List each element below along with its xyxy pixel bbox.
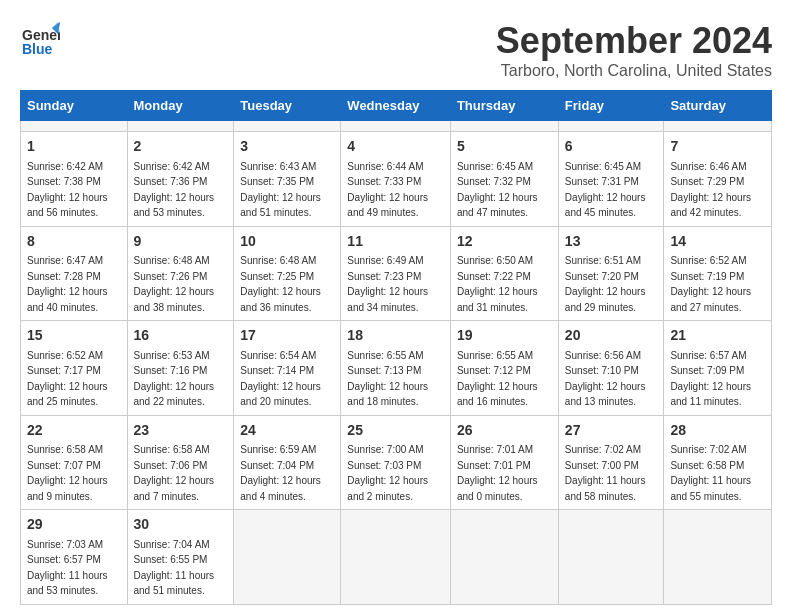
day-number: 2 <box>134 137 228 157</box>
day-info: Sunrise: 6:55 AMSunset: 7:13 PMDaylight:… <box>347 350 428 408</box>
calendar-cell <box>558 121 664 132</box>
day-number: 6 <box>565 137 658 157</box>
calendar-cell: 14Sunrise: 6:52 AMSunset: 7:19 PMDayligh… <box>664 226 772 321</box>
day-of-week-header: Friday <box>558 91 664 121</box>
day-number: 24 <box>240 421 334 441</box>
day-info: Sunrise: 6:50 AMSunset: 7:22 PMDaylight:… <box>457 255 538 313</box>
day-number: 30 <box>134 515 228 535</box>
day-info: Sunrise: 6:44 AMSunset: 7:33 PMDaylight:… <box>347 161 428 219</box>
calendar-cell <box>234 510 341 605</box>
day-number: 1 <box>27 137 121 157</box>
calendar-cell: 12Sunrise: 6:50 AMSunset: 7:22 PMDayligh… <box>450 226 558 321</box>
day-info: Sunrise: 6:57 AMSunset: 7:09 PMDaylight:… <box>670 350 751 408</box>
calendar-cell: 15Sunrise: 6:52 AMSunset: 7:17 PMDayligh… <box>21 321 128 416</box>
day-info: Sunrise: 6:45 AMSunset: 7:31 PMDaylight:… <box>565 161 646 219</box>
calendar-cell <box>664 121 772 132</box>
calendar-cell <box>127 121 234 132</box>
calendar-cell <box>341 510 451 605</box>
day-of-week-header: Saturday <box>664 91 772 121</box>
day-info: Sunrise: 6:47 AMSunset: 7:28 PMDaylight:… <box>27 255 108 313</box>
calendar-cell: 25Sunrise: 7:00 AMSunset: 7:03 PMDayligh… <box>341 415 451 510</box>
day-number: 20 <box>565 326 658 346</box>
day-info: Sunrise: 6:58 AMSunset: 7:07 PMDaylight:… <box>27 444 108 502</box>
day-info: Sunrise: 6:59 AMSunset: 7:04 PMDaylight:… <box>240 444 321 502</box>
calendar-cell: 13Sunrise: 6:51 AMSunset: 7:20 PMDayligh… <box>558 226 664 321</box>
day-number: 10 <box>240 232 334 252</box>
calendar-cell: 3Sunrise: 6:43 AMSunset: 7:35 PMDaylight… <box>234 132 341 227</box>
calendar-cell: 10Sunrise: 6:48 AMSunset: 7:25 PMDayligh… <box>234 226 341 321</box>
day-number: 29 <box>27 515 121 535</box>
day-number: 4 <box>347 137 444 157</box>
day-info: Sunrise: 6:42 AMSunset: 7:38 PMDaylight:… <box>27 161 108 219</box>
day-info: Sunrise: 6:42 AMSunset: 7:36 PMDaylight:… <box>134 161 215 219</box>
day-number: 26 <box>457 421 552 441</box>
day-info: Sunrise: 7:03 AMSunset: 6:57 PMDaylight:… <box>27 539 108 597</box>
day-info: Sunrise: 7:02 AMSunset: 7:00 PMDaylight:… <box>565 444 646 502</box>
day-of-week-header: Tuesday <box>234 91 341 121</box>
calendar-week-row: 8Sunrise: 6:47 AMSunset: 7:28 PMDaylight… <box>21 226 772 321</box>
day-info: Sunrise: 6:46 AMSunset: 7:29 PMDaylight:… <box>670 161 751 219</box>
day-number: 23 <box>134 421 228 441</box>
logo-icon: General Blue <box>20 20 60 60</box>
calendar-week-row: 1Sunrise: 6:42 AMSunset: 7:38 PMDaylight… <box>21 132 772 227</box>
day-info: Sunrise: 6:49 AMSunset: 7:23 PMDaylight:… <box>347 255 428 313</box>
calendar-cell: 5Sunrise: 6:45 AMSunset: 7:32 PMDaylight… <box>450 132 558 227</box>
day-info: Sunrise: 7:00 AMSunset: 7:03 PMDaylight:… <box>347 444 428 502</box>
calendar-cell: 20Sunrise: 6:56 AMSunset: 7:10 PMDayligh… <box>558 321 664 416</box>
day-info: Sunrise: 6:43 AMSunset: 7:35 PMDaylight:… <box>240 161 321 219</box>
main-title: September 2024 <box>496 20 772 62</box>
day-info: Sunrise: 7:01 AMSunset: 7:01 PMDaylight:… <box>457 444 538 502</box>
day-number: 21 <box>670 326 765 346</box>
day-number: 17 <box>240 326 334 346</box>
calendar-cell: 18Sunrise: 6:55 AMSunset: 7:13 PMDayligh… <box>341 321 451 416</box>
day-info: Sunrise: 6:54 AMSunset: 7:14 PMDaylight:… <box>240 350 321 408</box>
calendar-cell <box>664 510 772 605</box>
calendar-cell: 11Sunrise: 6:49 AMSunset: 7:23 PMDayligh… <box>341 226 451 321</box>
calendar-cell <box>234 121 341 132</box>
day-number: 12 <box>457 232 552 252</box>
day-number: 5 <box>457 137 552 157</box>
calendar-cell: 1Sunrise: 6:42 AMSunset: 7:38 PMDaylight… <box>21 132 128 227</box>
day-of-week-header: Wednesday <box>341 91 451 121</box>
calendar-cell: 26Sunrise: 7:01 AMSunset: 7:01 PMDayligh… <box>450 415 558 510</box>
day-number: 3 <box>240 137 334 157</box>
calendar-cell: 24Sunrise: 6:59 AMSunset: 7:04 PMDayligh… <box>234 415 341 510</box>
page-header: General Blue September 2024 Tarboro, Nor… <box>20 20 772 80</box>
day-info: Sunrise: 6:56 AMSunset: 7:10 PMDaylight:… <box>565 350 646 408</box>
day-info: Sunrise: 7:02 AMSunset: 6:58 PMDaylight:… <box>670 444 751 502</box>
day-number: 22 <box>27 421 121 441</box>
day-number: 15 <box>27 326 121 346</box>
day-of-week-header: Monday <box>127 91 234 121</box>
day-number: 16 <box>134 326 228 346</box>
svg-text:Blue: Blue <box>22 41 53 57</box>
calendar-cell <box>450 510 558 605</box>
day-number: 11 <box>347 232 444 252</box>
calendar-cell <box>21 121 128 132</box>
calendar-cell: 2Sunrise: 6:42 AMSunset: 7:36 PMDaylight… <box>127 132 234 227</box>
calendar-cell: 8Sunrise: 6:47 AMSunset: 7:28 PMDaylight… <box>21 226 128 321</box>
day-info: Sunrise: 6:51 AMSunset: 7:20 PMDaylight:… <box>565 255 646 313</box>
calendar-cell: 6Sunrise: 6:45 AMSunset: 7:31 PMDaylight… <box>558 132 664 227</box>
day-number: 9 <box>134 232 228 252</box>
day-info: Sunrise: 6:48 AMSunset: 7:26 PMDaylight:… <box>134 255 215 313</box>
day-number: 14 <box>670 232 765 252</box>
calendar-week-row: 22Sunrise: 6:58 AMSunset: 7:07 PMDayligh… <box>21 415 772 510</box>
subtitle: Tarboro, North Carolina, United States <box>496 62 772 80</box>
calendar-cell: 21Sunrise: 6:57 AMSunset: 7:09 PMDayligh… <box>664 321 772 416</box>
calendar-cell: 23Sunrise: 6:58 AMSunset: 7:06 PMDayligh… <box>127 415 234 510</box>
calendar-cell: 22Sunrise: 6:58 AMSunset: 7:07 PMDayligh… <box>21 415 128 510</box>
calendar-cell: 19Sunrise: 6:55 AMSunset: 7:12 PMDayligh… <box>450 321 558 416</box>
calendar-cell: 27Sunrise: 7:02 AMSunset: 7:00 PMDayligh… <box>558 415 664 510</box>
logo: General Blue <box>20 20 60 60</box>
day-number: 18 <box>347 326 444 346</box>
day-info: Sunrise: 6:58 AMSunset: 7:06 PMDaylight:… <box>134 444 215 502</box>
calendar-cell: 4Sunrise: 6:44 AMSunset: 7:33 PMDaylight… <box>341 132 451 227</box>
day-number: 8 <box>27 232 121 252</box>
calendar-cell: 28Sunrise: 7:02 AMSunset: 6:58 PMDayligh… <box>664 415 772 510</box>
calendar-week-row: 15Sunrise: 6:52 AMSunset: 7:17 PMDayligh… <box>21 321 772 416</box>
day-number: 28 <box>670 421 765 441</box>
day-of-week-header: Thursday <box>450 91 558 121</box>
day-number: 19 <box>457 326 552 346</box>
calendar-cell: 7Sunrise: 6:46 AMSunset: 7:29 PMDaylight… <box>664 132 772 227</box>
day-number: 7 <box>670 137 765 157</box>
